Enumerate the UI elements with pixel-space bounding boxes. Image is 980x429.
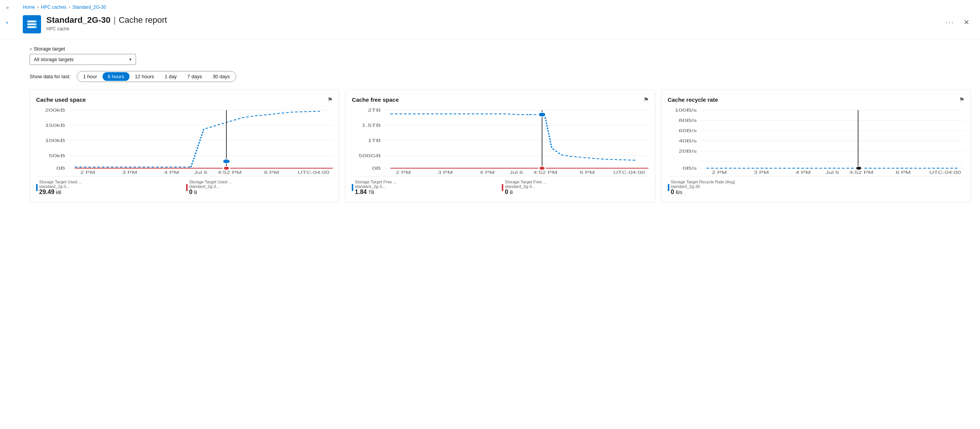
svg-text:6 PM: 6 PM <box>580 170 595 175</box>
svg-text:0B/s: 0B/s <box>682 166 697 170</box>
chart-2-svg: 2TB 1.5TB 1TB 500GB 0B 2 PM 3 PM 4 PM Ju… <box>352 106 648 175</box>
chart-1-legend-1: Storage Target Used ... standard_2g-3...… <box>36 180 183 195</box>
svg-text:3 PM: 3 PM <box>122 170 137 175</box>
time-option-1hour[interactable]: 1 hour <box>78 72 103 81</box>
chart-1-pin-icon[interactable]: ⚑ <box>328 96 333 103</box>
chart-2-legend-2: Storage Target Free ... standard_2g-3...… <box>502 180 649 195</box>
time-option-7days[interactable]: 7 days <box>182 72 207 81</box>
svg-text:Jul 6: Jul 6 <box>510 170 523 175</box>
svg-text:150kB: 150kB <box>45 123 65 127</box>
svg-text:4 PM: 4 PM <box>796 170 811 175</box>
svg-text:40B/s: 40B/s <box>678 138 697 143</box>
sidebar-expand-toggle[interactable]: › <box>6 19 8 25</box>
chart-3-legend-1: Storage Target Recycle Rate (Avg) standa… <box>668 180 964 195</box>
resource-type: HPC cache <box>46 26 942 32</box>
storage-target-expand[interactable]: » <box>30 46 32 52</box>
svg-point-24 <box>223 159 230 164</box>
svg-text:UTC-04:00: UTC-04:00 <box>613 170 645 175</box>
chart-1-title: Cache used space <box>36 97 86 103</box>
resource-icon <box>23 15 41 33</box>
main-container: » Home › HPC caches › Standard_2G-30 › S… <box>0 0 980 429</box>
chart-2-legend-1: Storage Target Free ... standard_2g-3...… <box>352 180 499 195</box>
chevron-down-icon: ▾ <box>129 57 132 62</box>
svg-text:4 PM: 4 PM <box>480 170 495 175</box>
storage-target-label: Storage target <box>34 46 65 52</box>
breadcrumb-current[interactable]: Standard_2G-30 <box>73 5 107 10</box>
chart-1-svg: 200kB 150kB 100kB 50kB 0B 2 PM 3 PM 4 PM… <box>36 106 333 175</box>
svg-point-25 <box>223 166 230 170</box>
svg-text:100B/s: 100B/s <box>675 108 697 112</box>
chart-3-pin-icon[interactable]: ⚑ <box>959 96 964 103</box>
svg-text:Jul 6: Jul 6 <box>194 170 207 175</box>
charts-row: Cache used space ⚑ 200kB 150kB 100 <box>30 90 971 202</box>
svg-text:60B/s: 60B/s <box>678 128 697 133</box>
svg-point-4 <box>35 24 36 25</box>
breadcrumb-sep-1: › <box>37 5 39 10</box>
svg-text:500GB: 500GB <box>359 153 381 158</box>
svg-text:20B/s: 20B/s <box>678 149 697 153</box>
storage-target-value: All storage targets <box>34 57 74 62</box>
chart-cache-recycle-rate: Cache recycle rate ⚑ 100B/s <box>661 90 971 202</box>
svg-text:0B: 0B <box>372 166 381 170</box>
svg-text:4:52 PM: 4:52 PM <box>850 170 873 175</box>
breadcrumb-expand[interactable]: » <box>6 5 9 10</box>
svg-point-44 <box>538 112 546 117</box>
chart-cache-used-space: Cache used space ⚑ 200kB 150kB 100 <box>30 90 339 202</box>
page-subtitle: Cache report <box>119 15 167 25</box>
svg-text:50kB: 50kB <box>49 153 65 158</box>
svg-text:Jul 6: Jul 6 <box>826 170 839 175</box>
title-separator: | <box>114 15 116 25</box>
storage-target-dropdown[interactable]: All storage targets ▾ <box>30 54 136 65</box>
svg-point-3 <box>35 21 36 22</box>
time-range-label: Show data for last: <box>30 74 71 79</box>
svg-text:0B: 0B <box>57 166 65 170</box>
time-option-1day[interactable]: 1 day <box>159 72 182 81</box>
chart-3-title: Cache recycle rate <box>668 97 718 103</box>
chart-cache-free-space: Cache free space ⚑ 2TB 1.5TB 1TB <box>345 90 655 202</box>
svg-text:100kB: 100kB <box>45 138 65 143</box>
time-option-6hours[interactable]: 6 hours <box>103 72 129 81</box>
svg-text:3 PM: 3 PM <box>438 170 453 175</box>
svg-text:6 PM: 6 PM <box>264 170 279 175</box>
svg-text:2 PM: 2 PM <box>712 170 727 175</box>
content-area: » Storage target All storage targets ▾ S… <box>0 39 980 210</box>
svg-text:1TB: 1TB <box>368 138 380 143</box>
close-button[interactable]: ✕ <box>961 17 972 28</box>
chart-1-legend-2: Storage Target Used ... standard_2g-3...… <box>186 180 333 195</box>
breadcrumb-hpc-caches[interactable]: HPC caches <box>41 5 67 10</box>
svg-text:4:52 PM: 4:52 PM <box>218 170 242 175</box>
hpc-cache-icon <box>26 18 38 30</box>
svg-text:2TB: 2TB <box>368 108 380 112</box>
chart-3-svg: 100B/s 80B/s 60B/s 40B/s 20B/s 0B/s 2 PM… <box>668 106 964 175</box>
chart-2-title: Cache free space <box>352 97 398 103</box>
svg-text:2 PM: 2 PM <box>396 170 411 175</box>
breadcrumb-home[interactable]: Home <box>23 5 35 10</box>
more-actions-button[interactable]: ··· <box>942 17 958 28</box>
svg-text:4 PM: 4 PM <box>164 170 179 175</box>
svg-text:6 PM: 6 PM <box>896 170 911 175</box>
header-text: Standard_2G-30 | Cache report HPC cache <box>46 15 942 32</box>
svg-text:200kB: 200kB <box>45 108 65 112</box>
page-title: Standard_2G-30 <box>46 15 111 25</box>
breadcrumb-sep-2: › <box>69 5 70 10</box>
svg-point-5 <box>35 27 36 28</box>
svg-text:4:52 PM: 4:52 PM <box>533 170 557 175</box>
time-option-12hours[interactable]: 12 hours <box>129 72 159 81</box>
svg-text:80B/s: 80B/s <box>678 118 697 122</box>
svg-point-67 <box>856 166 862 170</box>
svg-text:1.5TB: 1.5TB <box>362 123 381 127</box>
svg-text:UTC-04:00: UTC-04:00 <box>929 170 961 175</box>
time-option-30days[interactable]: 30 days <box>207 72 235 81</box>
time-range-selector: 1 hour 6 hours 12 hours 1 day 7 days 30 … <box>77 71 237 82</box>
svg-text:2 PM: 2 PM <box>80 170 95 175</box>
svg-text:UTC-04:00: UTC-04:00 <box>298 170 329 175</box>
svg-text:3 PM: 3 PM <box>754 170 769 175</box>
svg-point-45 <box>539 166 546 170</box>
chart-2-pin-icon[interactable]: ⚑ <box>643 96 649 103</box>
